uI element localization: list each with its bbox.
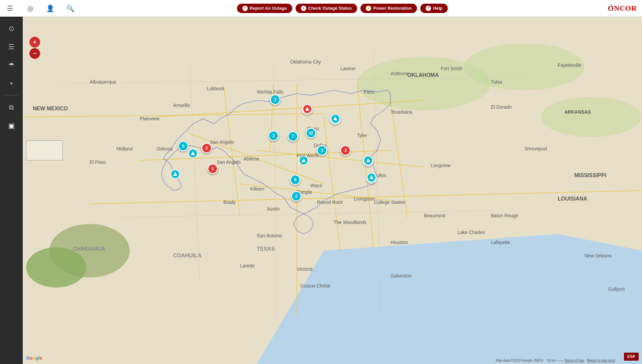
triangle-marker-t1[interactable] (303, 104, 312, 115)
svg-text:Albuquerque: Albuquerque (90, 79, 116, 85)
svg-text:MISSISSIPPI: MISSISSIPPI (574, 172, 606, 178)
location-icon[interactable]: ◎ (23, 2, 37, 15)
cluster-marker-c10[interactable]: 2 (201, 143, 212, 153)
help-button[interactable]: ? Help (420, 4, 448, 13)
svg-text:Tulsa: Tulsa (491, 79, 502, 85)
svg-text:San Angelo: San Angelo (210, 139, 234, 145)
triangle-marker-t6[interactable] (363, 156, 373, 166)
svg-text:Fort Smith: Fort Smith (441, 66, 462, 71)
svg-text:Victoria: Victoria (297, 266, 313, 272)
sidebar-item-info[interactable]: ▣ (3, 117, 20, 134)
scale-label: 50 km (547, 359, 556, 362)
svg-text:Waco: Waco (310, 183, 322, 188)
svg-text:Ardmore: Ardmore (391, 71, 409, 76)
svg-text:El Dorado: El Dorado (491, 104, 512, 110)
svg-text:ARKANSAS: ARKANSAS (564, 109, 591, 115)
map-attribution: Map data ©2019 Google, INEGI 50 km —— Te… (496, 359, 615, 362)
svg-text:Oklahoma City: Oklahoma City (290, 59, 321, 65)
svg-text:Fayetteville: Fayetteville (558, 63, 581, 68)
cluster-marker-c9[interactable]: 5 (178, 141, 189, 151)
power-restoration-icon: ⚡ (366, 6, 371, 11)
header-left: ☰ ◎ 👤 🔍 (0, 2, 77, 15)
cluster-marker-c11[interactable]: 2 (207, 163, 218, 174)
triangle-marker-t2[interactable] (331, 114, 340, 125)
svg-text:Gulfport: Gulfport (608, 286, 625, 292)
person-icon[interactable]: 👤 (43, 2, 57, 15)
search-icon[interactable]: 🔍 (64, 2, 77, 15)
google-logo: Google (26, 355, 42, 361)
check-status-button[interactable]: ≡ Check Outage Status (296, 4, 357, 13)
svg-text:Laredo: Laredo (240, 263, 255, 268)
triangle-marker-t7[interactable] (367, 173, 376, 184)
sidebar-item-weather[interactable]: ☂ (3, 57, 20, 74)
svg-point-8 (26, 247, 86, 287)
cluster-marker-c12[interactable]: 6 (290, 174, 301, 185)
zoom-in-button[interactable]: + (29, 37, 40, 47)
svg-text:NEW MEXICO: NEW MEXICO (33, 106, 68, 111)
triangle-marker-t5[interactable] (299, 156, 308, 166)
cluster-marker-c4[interactable]: 32 (306, 128, 316, 138)
menu-icon[interactable]: ☰ (3, 2, 17, 15)
svg-text:Wichita Falls: Wichita Falls (257, 89, 283, 95)
triangle-marker-t4[interactable] (171, 169, 180, 180)
cluster-marker-c7[interactable]: 3 (340, 145, 351, 156)
help-label: Help (433, 6, 442, 11)
power-restoration-label: Power Restoration (373, 6, 412, 11)
svg-text:Livingston: Livingston (354, 196, 375, 202)
sidebar-item-map-view[interactable]: ⊙ (3, 20, 20, 37)
map-container[interactable]: OKLAHOMA Tulsa Fayetteville ARKANSAS MIS… (23, 17, 642, 364)
svg-text:Lake Charles: Lake Charles (457, 230, 485, 235)
cluster-circle-c8: 3 (317, 145, 327, 156)
svg-text:Paris: Paris (364, 89, 374, 95)
svg-text:Tyler: Tyler (357, 133, 367, 138)
oncor-logo: ÓNCOR (608, 4, 637, 13)
zoom-controls: + − (29, 37, 40, 59)
svg-text:Galveston: Galveston (391, 273, 412, 278)
terms-link[interactable]: Terms of Use (564, 359, 584, 362)
report-outage-label: Report An Outage (250, 6, 287, 11)
svg-text:El Paso: El Paso (90, 159, 106, 165)
svg-text:San Antonio: San Antonio (257, 233, 282, 238)
svg-text:Shreveport: Shreveport (524, 146, 547, 151)
check-status-icon: ≡ (301, 6, 306, 11)
cluster-circle-c12: 6 (290, 174, 301, 185)
svg-text:Beaumont: Beaumont (424, 213, 445, 218)
svg-text:Corpus Christi: Corpus Christi (300, 283, 330, 288)
esp-language-button[interactable]: ESP (624, 353, 639, 361)
report-error-link[interactable]: Report a map error (587, 359, 615, 362)
cluster-marker-c6[interactable]: 2 (268, 130, 279, 141)
svg-text:CHIHUAHUA: CHIHUAHUA (73, 246, 105, 252)
svg-text:Amarillo: Amarillo (173, 103, 190, 108)
cluster-marker-c13[interactable]: 2 (291, 191, 302, 202)
svg-text:Odessa: Odessa (156, 146, 173, 151)
svg-text:TEXAS: TEXAS (257, 246, 275, 252)
svg-text:OKLAHOMA: OKLAHOMA (407, 72, 439, 78)
cluster-circle-c5: 7 (288, 131, 298, 142)
cluster-marker-c8[interactable]: 3 (317, 145, 327, 156)
svg-text:Austin: Austin (267, 206, 280, 212)
report-outage-button[interactable]: ! Report An Outage (237, 4, 292, 13)
svg-text:LOUISIANA: LOUISIANA (558, 196, 587, 202)
el-paso-inset (26, 140, 63, 160)
svg-text:Plainview: Plainview (140, 116, 160, 121)
svg-text:The Woodlands: The Woodlands (334, 220, 366, 225)
sidebar-item-list-view[interactable]: ☰ (3, 38, 20, 55)
power-restoration-button[interactable]: ⚡ Power Restoration (360, 4, 417, 13)
cluster-circle-c4: 32 (306, 128, 316, 138)
svg-text:Houston: Houston (391, 240, 408, 245)
svg-text:College Station: College Station (374, 200, 406, 205)
sidebar-item-add[interactable]: + (3, 75, 20, 92)
sidebar-item-layers[interactable]: ⧉ (3, 99, 20, 116)
svg-text:COAHUILA: COAHUILA (173, 253, 202, 258)
sidebar-divider (5, 95, 18, 96)
cluster-marker-c5[interactable]: 7 (288, 131, 298, 142)
triangle-marker-t3[interactable] (188, 149, 198, 159)
svg-text:Baton Rouge: Baton Rouge (491, 213, 518, 218)
svg-text:Abilene: Abilene (243, 156, 259, 161)
cluster-circle-c1: 3 (270, 94, 281, 105)
cluster-marker-c1[interactable]: 3 (270, 94, 281, 105)
attribution-text: Map data ©2019 Google, INEGI (496, 359, 543, 362)
zoom-out-button[interactable]: − (29, 48, 40, 59)
svg-text:Brady: Brady (223, 200, 236, 205)
svg-text:Round Rock: Round Rock (317, 200, 343, 205)
